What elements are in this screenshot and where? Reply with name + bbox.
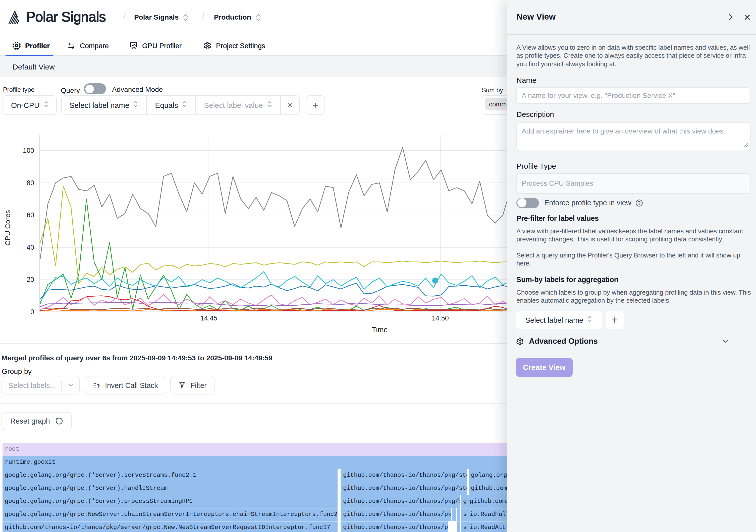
svg-text:14:50: 14:50: [432, 315, 449, 322]
svg-text:60: 60: [27, 211, 34, 219]
svg-text:20: 20: [27, 276, 34, 283]
svg-text:14:45: 14:45: [201, 315, 218, 322]
svg-text:40: 40: [27, 244, 34, 251]
svg-text:Time: Time: [372, 326, 388, 334]
svg-text:100: 100: [23, 147, 34, 154]
svg-text:80: 80: [27, 179, 34, 187]
svg-text:0: 0: [30, 308, 34, 316]
